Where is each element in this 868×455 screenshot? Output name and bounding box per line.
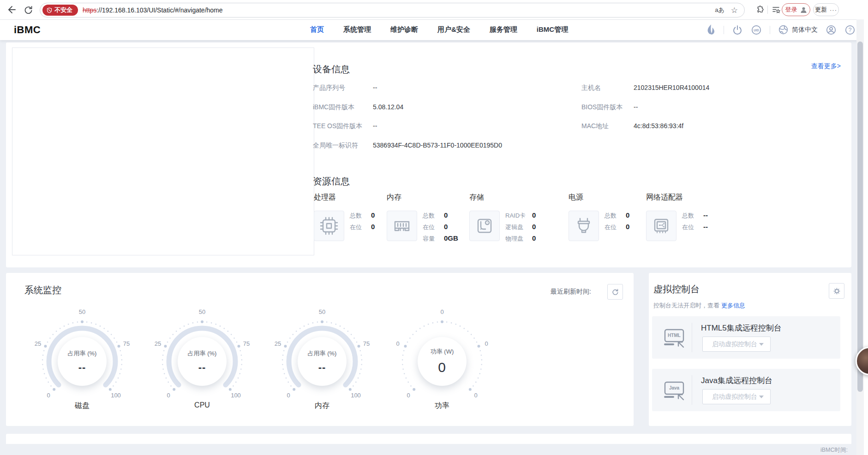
header-actions: UID 简体中文 ? — [705, 19, 856, 40]
launch-html5-console-button[interactable]: 启动虚拟控制台 — [702, 337, 771, 352]
info-value: 4c:8d:53:86:93:4f — [634, 122, 683, 130]
scrollbar-thumb[interactable] — [857, 41, 863, 392]
stat-row: 容量0GB — [423, 234, 458, 243]
window-edge — [864, 19, 868, 455]
translate-icon[interactable]: aあ — [715, 6, 724, 14]
stat-label: 总数 — [682, 212, 700, 220]
console-card-title: Java集成远程控制台 — [701, 375, 772, 386]
info-value: -- — [373, 122, 377, 130]
user-account-button[interactable] — [826, 24, 837, 35]
info-label: BIOS固件版本 — [581, 103, 634, 112]
resource-name: 网络适配器 — [646, 193, 683, 202]
info-value: 2102315HER10R4100014 — [634, 84, 709, 91]
gauge-tick: 0 — [407, 392, 410, 399]
gauge-name: 内存 — [271, 401, 373, 411]
browser-refresh-button[interactable] — [23, 5, 33, 15]
launch-button-label: 启动虚拟控制台 — [712, 340, 757, 349]
gear-icon — [832, 287, 841, 295]
more-info-link[interactable]: 更多信息 — [721, 302, 745, 309]
info-row: TEE OS固件版本-- — [313, 122, 377, 130]
icon-box — [569, 211, 599, 241]
gauge-tick: 75 — [123, 340, 130, 347]
update-label: 更新 — [815, 6, 827, 14]
stat-label: 在位 — [605, 223, 623, 231]
stat-row: 总数0 — [423, 211, 458, 220]
stat-value: 0 — [444, 211, 448, 219]
browser-update-button[interactable]: 更新 ··· — [813, 3, 839, 16]
gauge-tick: 50 — [199, 308, 205, 315]
icon-box — [314, 211, 344, 241]
eco-flame-button[interactable] — [705, 24, 716, 35]
stat-value: 0 — [371, 223, 375, 230]
info-label: MAC地址 — [581, 122, 634, 130]
gauge-value: -- — [318, 361, 326, 373]
resource-card-storage: 存储 RAID卡0 逻辑盘0 物理盘0 — [469, 193, 548, 264]
refresh-button[interactable] — [607, 284, 623, 300]
flame-icon — [705, 24, 716, 35]
console-card-title: HTML5集成远程控制台 — [701, 323, 782, 333]
url-bar[interactable]: 不安全 https://192.168.16.103/UI/Static/#/n… — [40, 3, 745, 18]
url-rest: ://192.168.16.103/UI/Static/#/navigate/h… — [96, 6, 222, 14]
resources-title: 资源信息 — [313, 175, 350, 188]
nav-item-home[interactable]: 首页 — [310, 25, 324, 34]
icon-box — [469, 211, 500, 241]
browser-back-button[interactable] — [6, 5, 17, 15]
info-row: 产品序列号-- — [313, 84, 377, 92]
security-badge[interactable]: 不安全 — [42, 5, 78, 16]
svg-text:?: ? — [849, 27, 852, 33]
dropdown-caret-icon — [759, 343, 764, 346]
url-scheme: https — [83, 6, 96, 14]
gauge-face: 占用率 (%) -- — [58, 337, 107, 386]
dropdown-caret-icon — [759, 396, 764, 398]
help-button[interactable]: ? — [844, 24, 856, 35]
browser-extensions-button[interactable] — [755, 5, 765, 15]
info-value: -- — [373, 84, 377, 91]
storage-icon — [474, 216, 495, 236]
svg-text:UID: UID — [754, 28, 759, 31]
stat-label: 在位 — [682, 223, 700, 231]
stat-value: 0 — [444, 223, 448, 230]
gauge-tick: 0 — [47, 392, 50, 399]
stat-value: -- — [703, 223, 708, 230]
resource-name: 内存 — [387, 193, 401, 202]
favorite-star-icon[interactable]: ☆ — [731, 6, 738, 14]
gauge-tick: 25 — [155, 340, 161, 347]
nav-item-service-management[interactable]: 服务管理 — [490, 25, 517, 34]
launch-java-console-button[interactable]: 启动虚拟控制台 — [702, 389, 771, 404]
uid-indicator-button[interactable]: UID — [751, 24, 762, 35]
power-control-button[interactable] — [732, 24, 743, 35]
nav-item-ibmc-management[interactable]: iBMC管理 — [537, 25, 568, 34]
gauge-tick: 50 — [319, 308, 325, 315]
scrollbar[interactable] — [856, 19, 864, 455]
nav-item-system-management[interactable]: 系统管理 — [343, 25, 371, 34]
virtual-console-title: 虚拟控制台 — [653, 283, 700, 295]
header-divider — [724, 26, 724, 34]
card-divider — [692, 375, 692, 405]
view-more-link[interactable]: 查看更多> — [811, 62, 841, 71]
gauge-tick: 25 — [275, 340, 281, 347]
language-selector[interactable]: 简体中文 — [778, 24, 818, 35]
stat-label: RAID卡 — [505, 212, 529, 220]
console-icon-wrap: Java — [663, 380, 685, 401]
icon-box — [387, 211, 417, 241]
info-value: 5.08.12.04 — [373, 103, 403, 111]
stat-value: 0 — [371, 211, 375, 219]
console-settings-button[interactable] — [829, 283, 844, 299]
gauge-name: 功率 — [391, 401, 493, 411]
gauge-disk: 占用率 (%) -- 0 25 50 75 100 磁盘 — [31, 306, 133, 410]
svg-text:Java: Java — [669, 385, 680, 390]
nav-item-maintenance-diagnosis[interactable]: 维护诊断 — [390, 25, 418, 34]
system-monitor-panel: 系统监控 最近刷新时间: 占用率 (%) -- 0 25 50 75 100 磁… — [6, 273, 634, 426]
info-value: -- — [634, 103, 638, 111]
menu-dots-icon: ··· — [830, 6, 837, 13]
toolbar-divider — [767, 6, 768, 14]
nav-item-user-security[interactable]: 用户&安全 — [437, 25, 470, 34]
info-label: 主机名 — [581, 84, 634, 92]
browser-login-button[interactable]: 登录 — [782, 3, 810, 16]
stat-value: 0 — [532, 223, 536, 230]
ibmc-logo: iBMC — [14, 24, 41, 36]
puzzle-icon — [755, 5, 764, 14]
gauge-tick: 50 — [79, 308, 85, 315]
browser-collections-button[interactable] — [772, 5, 782, 15]
main-nav: 首页 系统管理 维护诊断 用户&安全 服务管理 iBMC管理 — [310, 19, 568, 40]
